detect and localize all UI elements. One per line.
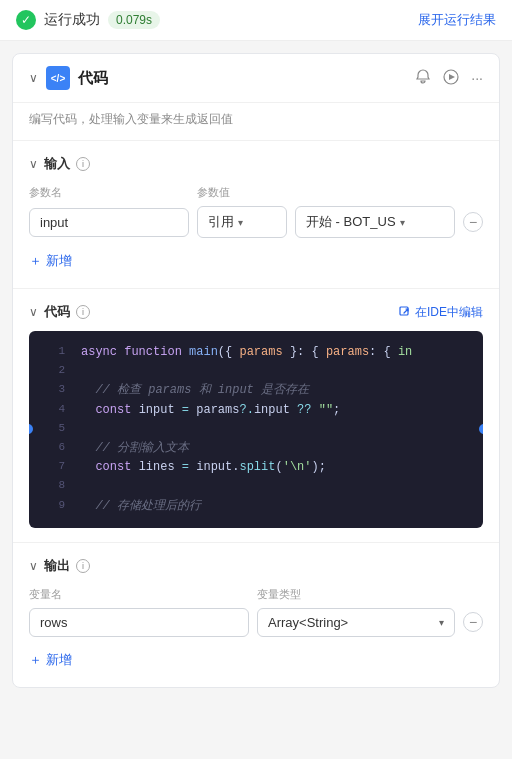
main-card: ∨ </> 代码 ··· 编写代码，处理输入变量来生成返回值 ∨ 输入 i 参数… bbox=[12, 53, 500, 688]
param-name-label: 参数名 bbox=[29, 185, 189, 200]
code-line-6: 6 // 分割输入文本 bbox=[29, 439, 483, 458]
param-name-input[interactable] bbox=[29, 208, 189, 237]
code-line-1: 1 async function main({ params }: { para… bbox=[29, 343, 483, 362]
var-name-label: 变量名 bbox=[29, 587, 249, 602]
param-value-label: 参数值 bbox=[197, 185, 483, 200]
code-icon: </> bbox=[51, 73, 65, 84]
add-output-label: 新增 bbox=[46, 651, 72, 669]
code-section-header: ∨ 代码 i 在IDE中编辑 bbox=[29, 303, 483, 321]
code-line-3: 3 // 检查 params 和 input 是否存在 bbox=[29, 381, 483, 400]
add-output-plus-icon: ＋ bbox=[29, 651, 42, 669]
ref-select[interactable]: 引用 ▾ bbox=[197, 206, 287, 238]
output-type-select[interactable]: Array<String> ▾ bbox=[257, 608, 455, 637]
code-line-9: 9 // 存储处理后的行 bbox=[29, 497, 483, 516]
card-header: ∨ </> 代码 ··· bbox=[13, 54, 499, 103]
val-select-arrow-icon: ▾ bbox=[400, 217, 405, 228]
time-badge: 0.079s bbox=[108, 11, 160, 29]
input-collapse-icon[interactable]: ∨ bbox=[29, 157, 38, 171]
card-title: 代码 bbox=[78, 69, 108, 88]
card-description: 编写代码，处理输入变量来生成返回值 bbox=[13, 103, 499, 141]
add-input-label: 新增 bbox=[46, 252, 72, 270]
ref-select-value: 引用 bbox=[208, 213, 234, 231]
output-var-input[interactable] bbox=[29, 608, 249, 637]
add-input-button[interactable]: ＋ 新增 bbox=[29, 248, 72, 274]
code-collapse-icon[interactable]: ∨ bbox=[29, 305, 38, 319]
right-handle[interactable] bbox=[479, 424, 483, 434]
output-collapse-icon[interactable]: ∨ bbox=[29, 559, 38, 573]
output-section: ∨ 输出 i 变量名 变量类型 Array<String> ▾ − ＋ 新增 bbox=[13, 543, 499, 687]
add-output-button[interactable]: ＋ 新增 bbox=[29, 647, 72, 673]
status-left: ✓ 运行成功 0.079s bbox=[16, 10, 160, 30]
code-info-icon[interactable]: i bbox=[76, 305, 90, 319]
play-icon[interactable] bbox=[443, 69, 459, 88]
more-icon[interactable]: ··· bbox=[471, 70, 483, 86]
input-column-labels: 参数名 参数值 bbox=[29, 185, 483, 200]
add-input-plus-icon: ＋ bbox=[29, 252, 42, 270]
expand-link[interactable]: 展开运行结果 bbox=[418, 11, 496, 29]
ide-link-label: 在IDE中编辑 bbox=[415, 304, 483, 321]
svg-marker-1 bbox=[449, 74, 455, 80]
code-section-left: ∨ 代码 i bbox=[29, 303, 90, 321]
output-type-value: Array<String> bbox=[268, 615, 348, 630]
remove-input-button[interactable]: − bbox=[463, 212, 483, 232]
output-row: Array<String> ▾ − bbox=[29, 608, 483, 637]
collapse-arrow-icon[interactable]: ∨ bbox=[29, 71, 38, 85]
card-header-left: ∨ </> 代码 bbox=[29, 66, 108, 90]
remove-output-button[interactable]: − bbox=[463, 612, 483, 632]
code-line-8: 8 bbox=[29, 477, 483, 496]
code-line-4: 4 const input = params?.input ?? ""; bbox=[29, 401, 483, 420]
input-info-icon[interactable]: i bbox=[76, 157, 90, 171]
code-section: ∨ 代码 i 在IDE中编辑 1 async function main({ p… bbox=[13, 289, 499, 543]
input-section-title: 输入 bbox=[44, 155, 70, 173]
input-section: ∨ 输入 i 参数名 参数值 引用 ▾ 开始 - BOT_US ▾ − ＋ 新增 bbox=[13, 141, 499, 289]
input-row: 引用 ▾ 开始 - BOT_US ▾ − bbox=[29, 206, 483, 238]
code-line-7: 7 const lines = input.split('\n'); bbox=[29, 458, 483, 477]
output-info-icon[interactable]: i bbox=[76, 559, 90, 573]
code-line-2: 2 bbox=[29, 362, 483, 381]
output-type-arrow-icon: ▾ bbox=[439, 617, 444, 628]
top-bar: ✓ 运行成功 0.079s 展开运行结果 bbox=[0, 0, 512, 41]
val-select-value: 开始 - BOT_US bbox=[306, 213, 396, 231]
output-section-header: ∨ 输出 i bbox=[29, 557, 483, 575]
input-section-header: ∨ 输入 i bbox=[29, 155, 483, 173]
var-type-label: 变量类型 bbox=[257, 587, 483, 602]
status-text: 运行成功 bbox=[44, 11, 100, 29]
success-icon: ✓ bbox=[16, 10, 36, 30]
code-icon-box: </> bbox=[46, 66, 70, 90]
val-select[interactable]: 开始 - BOT_US ▾ bbox=[295, 206, 455, 238]
code-line-5: 5 bbox=[29, 420, 483, 439]
ide-link[interactable]: 在IDE中编辑 bbox=[399, 304, 483, 321]
ref-select-arrow-icon: ▾ bbox=[238, 217, 243, 228]
bell-icon[interactable] bbox=[415, 69, 431, 88]
output-column-labels: 变量名 变量类型 bbox=[29, 587, 483, 602]
code-section-title: 代码 bbox=[44, 303, 70, 321]
header-icons: ··· bbox=[415, 69, 483, 88]
code-editor[interactable]: 1 async function main({ params }: { para… bbox=[29, 331, 483, 528]
output-section-title: 输出 bbox=[44, 557, 70, 575]
